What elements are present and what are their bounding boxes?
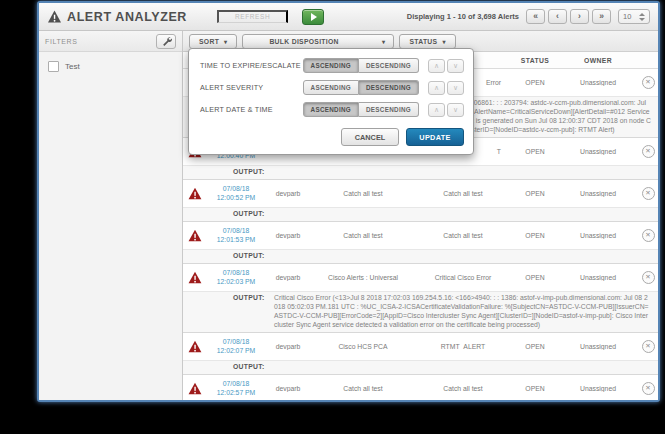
output-label: OUTPUT: xyxy=(233,252,267,259)
output-text: =206861: : : 203794: astdc-v-ccm-pub.dim… xyxy=(466,99,652,135)
alert-analyzer-window: ALERT ANALYZER REFRESH Displaying 1 - 10… xyxy=(37,1,660,402)
alert-status: OPEN xyxy=(511,190,559,197)
alert-date: 07/08/18 xyxy=(223,227,249,234)
move-down-button[interactable]: ∨ xyxy=(447,103,464,117)
circle-x-icon: ✕ xyxy=(645,385,650,392)
refresh-button[interactable]: REFRESH xyxy=(217,10,288,23)
alert-warning-icon xyxy=(183,187,207,200)
descending-button[interactable]: DESCENDING xyxy=(359,102,419,117)
alert-type: Cisco Alerts : Universal xyxy=(311,274,415,281)
first-page-button[interactable]: « xyxy=(526,9,545,24)
sort-criteria-list: TIME TO EXPIRE/ESCALATE ASCENDING DESCEN… xyxy=(200,58,464,117)
alert-row: 07/08/18 12:02:07 PM devparb Cisco HCS P… xyxy=(183,333,658,360)
alert-warning-icon xyxy=(183,271,207,284)
alert-name-cell: Catch all test xyxy=(415,232,511,239)
circle-x-icon: ✕ xyxy=(645,232,650,239)
alert-row: 07/08/18 12:00:52 PM devparb Catch all t… xyxy=(183,180,658,207)
dismiss-alert-button[interactable]: ✕ xyxy=(642,229,655,242)
test-filter-checkbox[interactable] xyxy=(48,61,59,72)
descending-button[interactable]: DESCENDING xyxy=(359,80,419,95)
ascending-button[interactable]: ASCENDING xyxy=(303,102,359,117)
output-label: OUTPUT: xyxy=(233,168,267,175)
alert-date: 07/08/18 xyxy=(223,269,249,276)
alert-time: 12:02:03 PM xyxy=(217,278,256,285)
descending-button[interactable]: DESCENDING xyxy=(359,58,419,73)
last-page-button[interactable]: » xyxy=(592,9,611,24)
priority-arrows: ∧ ∨ xyxy=(428,103,464,117)
app-header: ALERT ANALYZER REFRESH Displaying 1 - 10… xyxy=(39,3,658,31)
ascending-button[interactable]: ASCENDING xyxy=(303,58,359,73)
next-page-button[interactable]: › xyxy=(570,9,589,24)
header-right: Displaying 1 - 10 of 3,698 Alerts « ‹ › … xyxy=(407,9,650,24)
alert-status: OPEN xyxy=(511,232,559,239)
alert-datetime-link[interactable]: 07/08/18 12:01:53 PM xyxy=(207,226,265,245)
alert-datetime-link[interactable]: 07/08/18 12:02:57 PM xyxy=(207,379,265,398)
alert-time: 12:00:52 PM xyxy=(217,194,256,201)
app-logo: ALERT ANALYZER xyxy=(47,10,187,24)
filter-settings-button[interactable] xyxy=(156,34,176,49)
bulk-disposition-label: BULK DISPOSITION xyxy=(269,38,338,45)
status-button[interactable]: STATUS ▾ xyxy=(399,34,455,49)
run-button[interactable] xyxy=(302,9,324,25)
alert-user: devparb xyxy=(265,190,311,197)
alert-time: 12:02:57 PM xyxy=(217,389,256,396)
circle-x-icon: ✕ xyxy=(645,79,650,86)
sort-criterion-row: ALERT SEVERITY ASCENDING DESCENDING ∧ ∨ xyxy=(200,80,464,95)
alert-datetime-link[interactable]: 07/08/18 12:02:07 PM xyxy=(207,337,265,356)
alert-name-cell: RTMT_ALERT xyxy=(415,343,511,350)
main-panel: SORT ▾ BULK DISPOSITION ▾ STATUS ▾ TIME … xyxy=(183,31,658,400)
alert-owner: Unassigned xyxy=(559,343,637,350)
sort-direction-toggle: ASCENDING DESCENDING xyxy=(303,102,419,117)
dismiss-alert-button[interactable]: ✕ xyxy=(642,271,655,284)
alert-name-cell: Catch all test xyxy=(415,190,511,197)
move-up-button[interactable]: ∧ xyxy=(428,103,445,117)
stepper-icon xyxy=(639,13,645,21)
ascending-button[interactable]: ASCENDING xyxy=(303,80,359,95)
page-size-select[interactable]: 10 xyxy=(618,9,650,24)
move-down-button[interactable]: ∨ xyxy=(447,81,464,95)
move-down-button[interactable]: ∨ xyxy=(447,59,464,73)
wrench-icon xyxy=(161,36,172,47)
caret-down-icon: ▾ xyxy=(442,38,445,45)
alert-datetime-link[interactable]: 07/08/18 12:00:52 PM xyxy=(207,184,265,203)
alert-type: Catch all test xyxy=(311,232,415,239)
dismiss-alert-button[interactable]: ✕ xyxy=(642,382,655,395)
move-up-button[interactable]: ∧ xyxy=(428,81,445,95)
chevron-down-icon: ∨ xyxy=(453,84,458,92)
output-label: OUTPUT: xyxy=(233,363,267,370)
prev-page-button[interactable]: ‹ xyxy=(548,9,567,24)
app-body: FILTERS Test SORT ▾ BULK DIS xyxy=(39,31,658,400)
output-label: OUTPUT: xyxy=(233,210,267,217)
warning-triangle-icon xyxy=(47,10,62,23)
dismiss-alert-button[interactable]: ✕ xyxy=(642,76,655,89)
page-size-value: 10 xyxy=(623,12,631,21)
bulk-disposition-button[interactable]: BULK DISPOSITION ▾ xyxy=(242,34,394,49)
alert-owner: Unassigned xyxy=(559,79,637,86)
alert-user: devparb xyxy=(265,385,311,392)
alert-owner: Unassigned xyxy=(559,190,637,197)
filter-item-test[interactable]: Test xyxy=(39,52,182,81)
chevron-down-icon: ∨ xyxy=(453,62,458,70)
alert-status: OPEN xyxy=(511,148,559,155)
alert-date: 07/08/18 xyxy=(223,338,249,345)
chevron-up-icon: ∧ xyxy=(434,106,439,114)
sort-button[interactable]: SORT ▾ xyxy=(189,34,237,49)
alert-owner: Unassigned xyxy=(559,385,637,392)
move-up-button[interactable]: ∧ xyxy=(428,59,445,73)
alert-warning-icon xyxy=(183,382,207,395)
test-filter-label: Test xyxy=(65,62,80,71)
dismiss-alert-button[interactable]: ✕ xyxy=(642,187,655,200)
alert-row: 07/08/18 12:01:53 PM devparb Catch all t… xyxy=(183,222,658,249)
cancel-button[interactable]: CANCEL xyxy=(341,128,399,146)
update-button[interactable]: UPDATE xyxy=(406,128,464,146)
alert-datetime-link[interactable]: 07/08/18 12:02:03 PM xyxy=(207,268,265,287)
dismiss-alert-button[interactable]: ✕ xyxy=(642,145,655,158)
sort-criterion-row: TIME TO EXPIRE/ESCALATE ASCENDING DESCEN… xyxy=(200,58,464,73)
sort-dropdown-panel: TIME TO EXPIRE/ESCALATE ASCENDING DESCEN… xyxy=(188,48,474,155)
alert-status: OPEN xyxy=(511,79,559,86)
output-label: OUTPUT: xyxy=(233,294,267,301)
alert-user: devparb xyxy=(265,274,311,281)
caret-down-icon: ▾ xyxy=(224,38,227,45)
dismiss-alert-button[interactable]: ✕ xyxy=(642,340,655,353)
caret-down-icon: ▾ xyxy=(382,38,385,45)
